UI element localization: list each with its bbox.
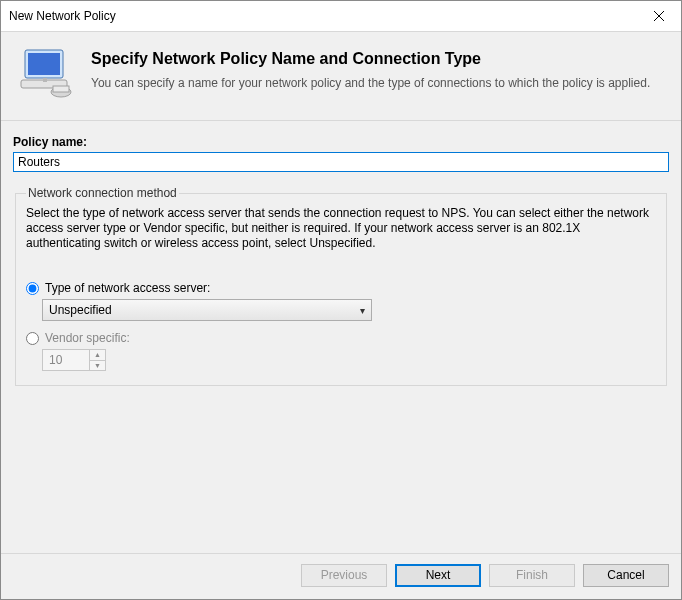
- connection-method-group: Network connection method Select the typ…: [15, 186, 667, 386]
- spinner-down-icon: ▼: [90, 361, 105, 371]
- svg-rect-1: [28, 53, 60, 75]
- body-panel: Policy name: Network connection method S…: [1, 121, 681, 553]
- vendor-id-spinner: 10 ▲ ▼: [42, 349, 106, 371]
- spinner-arrows: ▲ ▼: [89, 350, 105, 370]
- radio-vendor-row[interactable]: Vendor specific:: [26, 331, 656, 345]
- group-description: Select the type of network access server…: [26, 206, 656, 251]
- page-heading: Specify Network Policy Name and Connecti…: [91, 50, 650, 68]
- window-frame: New Network Policy Specify Network Polic…: [0, 0, 682, 600]
- chevron-down-icon: ▾: [360, 305, 365, 316]
- footer: Previous Next Finish Cancel: [1, 553, 681, 599]
- next-button[interactable]: Next: [395, 564, 481, 587]
- svg-rect-3: [43, 78, 47, 82]
- titlebar: New Network Policy: [1, 1, 681, 31]
- header-text: Specify Network Policy Name and Connecti…: [91, 44, 650, 100]
- close-button[interactable]: [636, 1, 681, 31]
- window-title: New Network Policy: [9, 9, 636, 23]
- policy-name-label: Policy name:: [13, 135, 669, 149]
- policy-icon: [17, 44, 77, 100]
- access-server-type-select[interactable]: Unspecified ▾: [42, 299, 372, 321]
- radio-type-row[interactable]: Type of network access server:: [26, 281, 656, 295]
- radio-type[interactable]: [26, 282, 39, 295]
- previous-button: Previous: [301, 564, 387, 587]
- policy-name-input[interactable]: [13, 152, 669, 172]
- spinner-up-icon: ▲: [90, 350, 105, 361]
- group-legend: Network connection method: [26, 186, 179, 200]
- radio-vendor[interactable]: [26, 332, 39, 345]
- select-value: Unspecified: [49, 303, 112, 317]
- svg-rect-5: [53, 86, 69, 92]
- page-subheading: You can specify a name for your network …: [91, 76, 650, 90]
- cancel-button[interactable]: Cancel: [583, 564, 669, 587]
- finish-button: Finish: [489, 564, 575, 587]
- radio-type-label: Type of network access server:: [45, 281, 210, 295]
- close-icon: [654, 11, 664, 21]
- vendor-id-value: 10: [43, 350, 89, 370]
- radio-vendor-label: Vendor specific:: [45, 331, 130, 345]
- header-panel: Specify Network Policy Name and Connecti…: [1, 31, 681, 121]
